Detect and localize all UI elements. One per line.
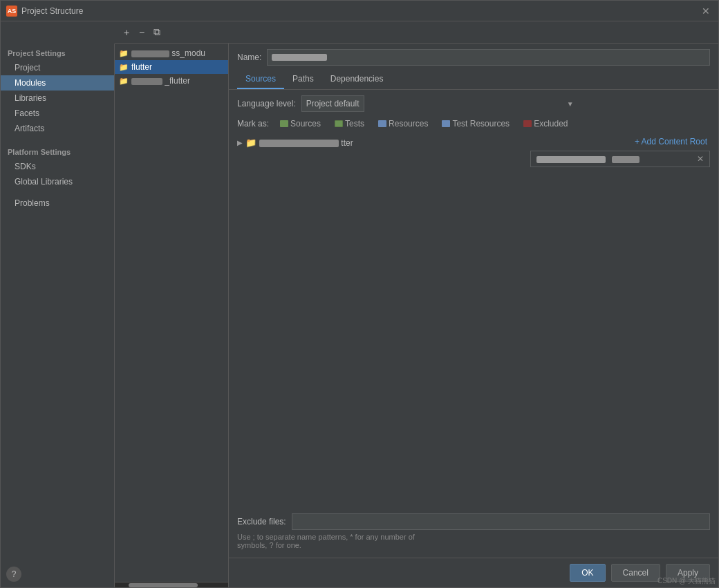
cancel-button[interactable]: Cancel — [611, 564, 660, 582]
title-bar: AS Project Structure ✕ — [1, 1, 718, 21]
content-root-popup: ✕ — [530, 151, 710, 167]
mark-as-excluded-button[interactable]: Excluded — [521, 117, 570, 130]
mark-as-row: Mark as: Sources Tests Resources — [237, 117, 710, 130]
chevron-down-icon: ▼ — [567, 100, 574, 108]
tab-sources[interactable]: Sources — [237, 70, 284, 89]
sources-folder-icon — [280, 120, 288, 127]
copy-module-button[interactable]: ⧉ — [149, 25, 165, 40]
content-root-folder-icon: 📁 — [245, 137, 256, 148]
folder-icon-3: 📁 — [119, 77, 129, 86]
tests-folder-icon — [335, 120, 343, 127]
project-structure-dialog: AS Project Structure ✕ + − ⧉ Project Set… — [0, 0, 719, 588]
popup-item: ✕ — [531, 151, 709, 167]
sidebar-item-problems[interactable]: Problems — [1, 196, 114, 211]
resources-folder-icon — [378, 120, 386, 127]
scrollbar-thumb — [129, 583, 198, 587]
sidebar-item-modules[interactable]: Modules — [1, 75, 114, 91]
popup-close-button[interactable]: ✕ — [697, 154, 704, 164]
sidebar-item-libraries[interactable]: Libraries — [1, 91, 114, 106]
exclude-hint: Use ; to separate name patterns, * for a… — [237, 533, 710, 549]
toolbar: + − ⧉ — [115, 21, 718, 44]
main-content: Project Settings Project Modules Librari… — [1, 44, 718, 587]
test-resources-folder-icon — [442, 120, 450, 127]
module-list-content: 📁 ss_modu 📁 flutter 📁 _flutter — [115, 44, 228, 582]
tabs: Sources Paths Dependencies — [229, 70, 718, 90]
module-list: 📁 ss_modu 📁 flutter 📁 _flutter — [115, 44, 229, 587]
module-item-3[interactable]: 📁 _flutter — [115, 74, 228, 88]
tab-dependencies[interactable]: Dependencies — [322, 70, 392, 89]
name-label: Name: — [237, 53, 261, 62]
exclude-input-row: Exclude files: — [237, 513, 710, 530]
exclude-files-input[interactable] — [292, 513, 710, 530]
platform-settings-label: Platform Settings — [1, 142, 114, 159]
tab-content-sources: Language level: Project default ▼ Mark a… — [229, 90, 718, 558]
name-row: Name: — [229, 44, 718, 70]
language-level-select-wrapper: Project default ▼ — [301, 95, 578, 112]
name-input[interactable] — [267, 49, 710, 66]
folder-icon-active: 📁 — [119, 63, 129, 72]
sidebar: Project Settings Project Modules Librari… — [1, 44, 115, 587]
mark-as-test-resources-button[interactable]: Test Resources — [439, 117, 512, 130]
mark-as-resources-button[interactable]: Resources — [375, 117, 431, 130]
exclude-files-row: Exclude files: Use ; to separate name pa… — [237, 513, 710, 552]
sidebar-item-project[interactable]: Project — [1, 60, 114, 75]
add-content-root-button[interactable]: + Add Content Root — [632, 135, 710, 148]
sidebar-item-artifacts[interactable]: Artifacts — [1, 121, 114, 136]
module-item-1[interactable]: 📁 ss_modu — [115, 46, 228, 60]
module-item-2[interactable]: 📁 flutter — [115, 60, 228, 74]
mark-as-tests-button[interactable]: Tests — [332, 117, 367, 130]
remove-module-button[interactable]: − — [134, 25, 149, 40]
add-module-button[interactable]: + — [119, 25, 134, 40]
ok-button[interactable]: OK — [570, 564, 605, 582]
sidebar-item-sdks[interactable]: SDKs — [1, 159, 114, 174]
language-level-row: Language level: Project default ▼ — [237, 95, 710, 112]
close-button[interactable]: ✕ — [699, 4, 713, 18]
sidebar-item-facets[interactable]: Facets — [1, 106, 114, 121]
mark-as-label: Mark as: — [237, 119, 269, 129]
bottom-bar: OK Cancel Apply — [229, 558, 718, 587]
excluded-folder-icon — [523, 120, 532, 127]
mark-as-sources-button[interactable]: Sources — [277, 117, 324, 130]
exclude-files-label: Exclude files: — [237, 517, 286, 527]
sidebar-item-global-libraries[interactable]: Global Libraries — [1, 174, 114, 189]
content-root-area: ▶ 📁 tter + Add Content Root — [237, 135, 710, 325]
chevron-right-icon[interactable]: ▶ — [237, 139, 243, 146]
help-button[interactable]: ? — [6, 567, 21, 582]
app-icon: AS — [6, 6, 17, 17]
tab-paths[interactable]: Paths — [284, 70, 322, 89]
watermark: CSDN @ 大猫熊猫 — [657, 576, 716, 586]
add-content-root-area: + Add Content Root ✕ — [632, 135, 710, 148]
language-level-label: Language level: — [237, 99, 296, 108]
main-panel: Name: Sources Paths Dependencies Languag… — [229, 44, 718, 587]
folder-icon: 📁 — [119, 49, 129, 58]
project-settings-label: Project Settings — [1, 44, 114, 60]
window-title: Project Structure — [21, 6, 699, 16]
language-level-select[interactable]: Project default — [301, 95, 364, 112]
module-scrollbar[interactable] — [115, 582, 228, 587]
